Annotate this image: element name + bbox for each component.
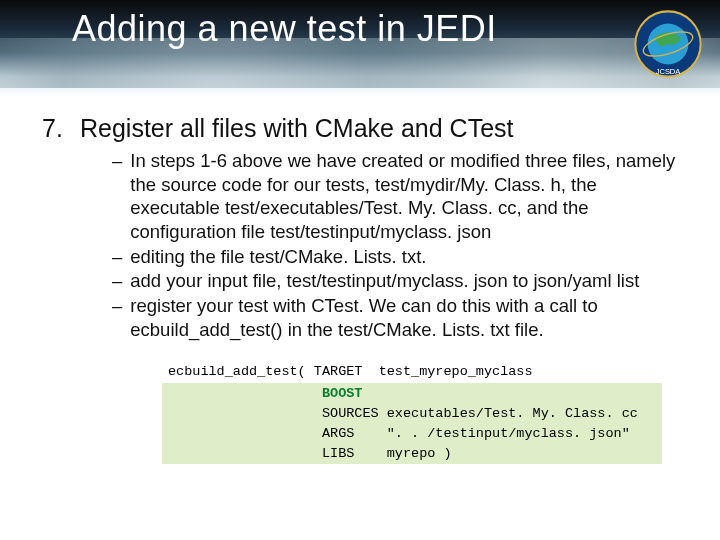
globe-seal-icon: JCSDA — [634, 10, 702, 78]
list-item: – editing the file test/CMake. Lists. tx… — [112, 245, 678, 269]
dash-icon: – — [112, 294, 122, 341]
code-line: ARGS ". . /testinput/myclass. json" — [162, 424, 662, 444]
slide-body: 7. Register all files with CMake and CTe… — [0, 96, 720, 464]
code-line: SOURCES executables/Test. My. Class. cc — [162, 404, 662, 424]
code-indent — [168, 386, 322, 401]
bullet-text: In steps 1-6 above we have created or mo… — [130, 149, 678, 244]
code-line: LIBS myrepo ) — [162, 444, 662, 464]
dash-icon: – — [112, 245, 122, 269]
jcsda-logo: JCSDA — [634, 10, 702, 78]
dash-icon: – — [112, 269, 122, 293]
slide-title: Adding a new test in JEDI — [72, 8, 497, 50]
code-line: ecbuild_add_test( TARGET test_myrepo_myc… — [162, 363, 662, 383]
bullet-text: editing the file test/CMake. Lists. txt. — [130, 245, 678, 269]
step-title: Register all files with CMake and CTest — [80, 114, 514, 143]
bullet-text: add your input file, test/testinput/mycl… — [130, 269, 678, 293]
step-heading: 7. Register all files with CMake and CTe… — [42, 114, 678, 143]
bullet-text: register your test with CTest. We can do… — [130, 294, 678, 341]
code-line: BOOST — [162, 384, 662, 404]
list-item: – register your test with CTest. We can … — [112, 294, 678, 341]
list-item: – In steps 1-6 above we have created or … — [112, 149, 678, 244]
slide-header: Adding a new test in JEDI JCSDA — [0, 0, 720, 96]
logo-text: JCSDA — [656, 67, 681, 76]
code-keyword: BOOST — [322, 386, 363, 401]
step-number: 7. — [42, 114, 70, 143]
bullet-list: – In steps 1-6 above we have created or … — [112, 149, 678, 341]
code-block: ecbuild_add_test( TARGET test_myrepo_myc… — [162, 363, 662, 464]
list-item: – add your input file, test/testinput/my… — [112, 269, 678, 293]
dash-icon: – — [112, 149, 122, 244]
